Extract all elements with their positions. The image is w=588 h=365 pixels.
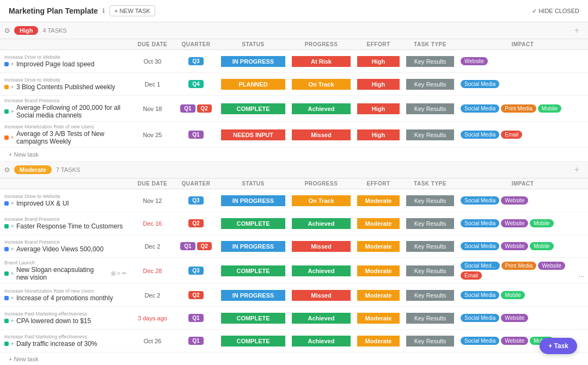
task-type-cell: Key Results [403, 193, 457, 208]
effort-badge: Moderate [357, 336, 400, 347]
add-col-high[interactable]: + [570, 26, 584, 35]
task-type-cell: Key Results [403, 77, 457, 92]
task-dot [4, 109, 9, 114]
status-cell: COMPLETE [218, 333, 289, 349]
due-date-cell: Nov 18 [131, 103, 174, 114]
task-group-label: Increase Brand Presence [4, 239, 126, 245]
quarter-tag: Q1 [180, 242, 195, 250]
impact-tag: Social Media [461, 242, 499, 250]
quarter-cell: Q2 [174, 217, 218, 230]
new-task-button[interactable]: + NEW TASK [109, 5, 155, 16]
col-due-date: DUE DATE [131, 181, 174, 187]
impact-tag: Mobile [530, 219, 553, 227]
quarter-cell: Q1 [174, 335, 218, 347]
impact-tag: Email [461, 271, 482, 280]
status-badge: COMPLETE [221, 265, 285, 276]
task-action-icons: ⊞⌗✏ [111, 270, 126, 277]
info-icon[interactable]: ℹ [102, 7, 105, 15]
task-group-label: Increase Drive to Website [4, 77, 126, 83]
progress-badge: On Track [292, 79, 351, 90]
section-toggle-moderate[interactable]: ⊙ [4, 166, 10, 174]
new-task-fab[interactable]: + Task [540, 338, 577, 354]
progress-badge: Achieved [292, 265, 351, 276]
impact-cell: Social Med...Print MediaWebsiteEmail ··· [457, 259, 588, 282]
quarter-cell: Q1Q2 [174, 240, 218, 252]
task-type-badge: Key Results [406, 103, 454, 114]
progress-cell: Achieved [289, 311, 354, 326]
task-dot [4, 62, 9, 66]
hide-closed-button[interactable]: ✓ HIDE CLOSED [532, 8, 579, 15]
quarter-tag: Q1 [188, 314, 203, 322]
add-col-moderate[interactable]: + [570, 165, 584, 175]
task-name-text[interactable]: Faster Response Time to Customers [16, 222, 122, 230]
col-effort: EFFORT [354, 41, 403, 47]
task-type-badge: Key Results [406, 79, 454, 90]
effort-cell: Moderate [354, 193, 403, 208]
task-type-badge: Key Results [406, 195, 454, 206]
task-info-cell: Increase Drive to Website ⌖ 3 Blog Conte… [0, 75, 131, 93]
task-name-text[interactable]: Improved Page load speed [16, 60, 94, 68]
due-date-cell: Dec 16 [131, 218, 174, 229]
task-name: ⌖ Improved Page load speed [4, 60, 126, 68]
task-name-text[interactable]: Daily traffic increase of 30% [16, 340, 97, 348]
task-name-text[interactable]: CPA lowered down to $15 [16, 317, 91, 325]
task-info-cell: Increase Paid Marketing effectiveness ⌖ … [0, 309, 131, 327]
task-name-text[interactable]: Average Following of 200,000 for all Soc… [16, 104, 126, 119]
task-dot [4, 342, 9, 346]
task-type-cell: Key Results [403, 333, 457, 349]
status-cell: COMPLETE [218, 263, 289, 279]
col-progress: PROGRESS [289, 181, 354, 187]
impact-tag: Mobile [538, 104, 561, 113]
section-toggle-high[interactable]: ⊙ [4, 27, 10, 34]
impact-tag: Website [501, 196, 528, 205]
col-impact: IMPACT [457, 41, 588, 47]
task-name-text[interactable]: Increase of 4 promotions monthly [16, 294, 113, 302]
task-name-text[interactable]: Average Video Views 500,000 [16, 245, 103, 253]
effort-badge: High [357, 56, 400, 67]
quarter-cell: Q2 [174, 289, 218, 301]
due-date-cell: Dec 2 [131, 290, 174, 301]
task-info-cell: Increase Drive to Website ⌖ Improved Pag… [0, 52, 131, 70]
impact-tag: Mobile [501, 291, 524, 299]
progress-cell: Achieved [289, 333, 354, 349]
add-task-row-moderate[interactable]: + New task [0, 352, 588, 364]
quarter-tag: Q1 [180, 104, 195, 113]
effort-badge: High [357, 103, 400, 114]
task-name-text[interactable]: Average of 3 A/B Tests of New campaigns … [16, 130, 126, 145]
task-link-icon[interactable]: ⌗ [117, 270, 120, 277]
col-headers-high: DUE DATE QUARTER STATUS PROGRESS EFFORT … [0, 39, 588, 50]
quarter-cell: Q1Q2 [174, 102, 218, 115]
task-name-text[interactable]: 3 Blog Contents Published weekly [16, 83, 115, 91]
col-impact: IMPACT [457, 181, 588, 187]
task-type-cell: Key Results [403, 263, 457, 279]
status-cell: COMPLETE [218, 101, 289, 116]
quarter-tag: Q2 [188, 219, 203, 227]
task-edit-icon[interactable]: ✏ [122, 270, 126, 277]
progress-cell: Missed [289, 127, 354, 143]
task-type-badge: Key Results [406, 265, 454, 276]
task-attach-icon[interactable]: ⊞ [111, 270, 115, 277]
task-info-cell: Increase Brand Presence ⌖ Average Video … [0, 237, 131, 255]
more-actions-icon[interactable]: ··· [578, 271, 585, 280]
task-name: ⌖ Increase of 4 promotions monthly [4, 294, 126, 302]
progress-cell: Achieved [289, 101, 354, 116]
col-quarter: QUARTER [174, 181, 218, 187]
status-badge: PLANNED [221, 79, 285, 90]
quarter-cell: Q3 [174, 264, 218, 277]
task-name-text[interactable]: Improved UX & UI [16, 200, 69, 207]
impact-tag: Website [501, 337, 528, 345]
add-task-row-high[interactable]: + New task [0, 148, 588, 162]
task-icon: ⌖ [11, 270, 14, 277]
task-group-label: Brand Launch [4, 260, 126, 265]
impact-tag: Social Media [461, 314, 499, 322]
effort-badge: High [357, 129, 400, 140]
col-task [0, 41, 131, 47]
task-group-label: Increase Monetization Rate of new Users [4, 288, 126, 294]
progress-badge: Achieved [292, 103, 351, 114]
task-row: Increase Drive to Website ⌖ 3 Blog Conte… [0, 73, 588, 96]
effort-cell: Moderate [354, 311, 403, 326]
progress-cell: Missed [289, 288, 354, 303]
impact-tag: Social Media [461, 196, 499, 205]
task-name-text[interactable]: New Slogan encapsulating new vision [16, 266, 107, 281]
impact-cell: Social MediaPrint MediaMobile [457, 102, 588, 115]
